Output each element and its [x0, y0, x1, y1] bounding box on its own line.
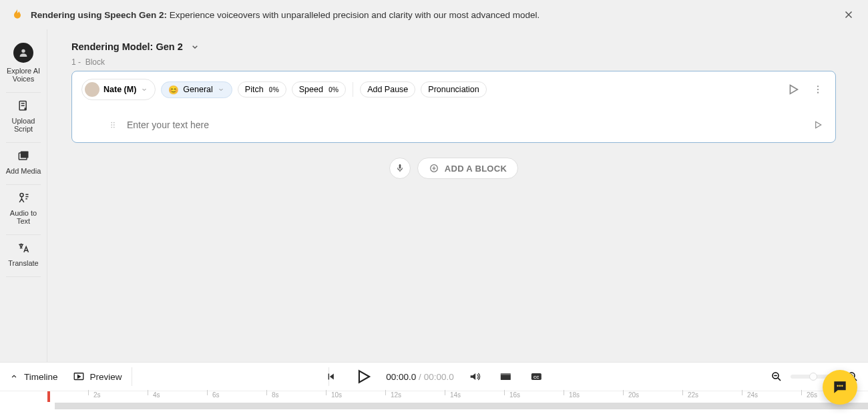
- pitch-control[interactable]: Pitch 0%: [238, 81, 286, 97]
- sidebar-label: Explore AI Voices: [3, 67, 44, 83]
- sidebar-item-translate[interactable]: Translate: [0, 236, 47, 275]
- ruler-tick: 10s: [331, 391, 342, 399]
- ruler-tick: 26s: [807, 391, 817, 399]
- svg-point-5: [817, 85, 819, 87]
- ruler-tick: 8s: [272, 391, 279, 399]
- voice-selector[interactable]: Nate (M): [81, 79, 156, 100]
- playhead-marker[interactable]: [47, 391, 50, 402]
- speed-value: 0%: [329, 85, 339, 93]
- divider: [353, 82, 353, 97]
- speed-label: Speed: [299, 85, 323, 94]
- block-index-label: 1 - Block: [47, 57, 860, 67]
- ruler-tick: 12s: [391, 391, 401, 399]
- sidebar-label: Upload Script: [3, 117, 44, 133]
- banner-close-button[interactable]: [840, 6, 857, 23]
- play-block-button[interactable]: [782, 78, 805, 101]
- svg-point-24: [839, 385, 841, 387]
- sidebar-item-upload-script[interactable]: Upload Script: [0, 94, 47, 141]
- ruler-tick: 24s: [747, 391, 758, 399]
- ruler-tick: 2s: [93, 391, 101, 399]
- drag-handle-icon[interactable]: [108, 120, 118, 130]
- add-block-button[interactable]: ADD A BLOCK: [417, 158, 518, 179]
- svg-point-7: [817, 92, 819, 93]
- divider: [6, 92, 41, 93]
- pitch-value: 0%: [269, 85, 279, 93]
- svg-point-11: [114, 124, 115, 126]
- svg-point-8: [111, 122, 112, 124]
- svg-point-10: [111, 124, 112, 126]
- timeline-track[interactable]: [55, 403, 868, 409]
- sidebar-item-audio-to-text[interactable]: Audio to Text: [0, 186, 47, 233]
- voice-avatar: [85, 82, 99, 97]
- play-button[interactable]: [351, 365, 374, 388]
- chevron-down-icon: [190, 41, 200, 52]
- announcement-banner: Rendering using Speech Gen 2: Experience…: [0, 0, 868, 29]
- timeline-ruler[interactable]: 2s4s6s8s10s12s14s16s18s20s22s24s26s: [0, 391, 868, 403]
- captions-button[interactable]: CC: [527, 367, 546, 386]
- timeline-label: Timeline: [24, 372, 58, 382]
- banner-text: Rendering using Speech Gen 2: Experience…: [31, 10, 539, 20]
- video-button[interactable]: [497, 367, 515, 386]
- add-block-label: ADD A BLOCK: [445, 164, 507, 174]
- chat-fab[interactable]: [823, 370, 857, 405]
- playback-controls: Timeline Preview 00:00.0 / 00:00.0: [0, 363, 868, 391]
- block-more-button[interactable]: [810, 81, 826, 97]
- flame-icon: [11, 8, 24, 21]
- voice-name: Nate (M): [103, 85, 136, 94]
- block-text-row: [81, 117, 826, 133]
- svg-rect-18: [501, 373, 511, 375]
- svg-point-13: [114, 127, 115, 128]
- divider: [6, 142, 41, 143]
- pronunciation-button[interactable]: Pronunciation: [421, 81, 486, 97]
- sidebar-label: Add Media: [6, 167, 41, 175]
- svg-point-12: [111, 127, 112, 128]
- record-button[interactable]: [389, 158, 411, 179]
- pitch-label: Pitch: [245, 85, 264, 94]
- chevron-up-icon: [9, 372, 19, 381]
- play-line-button[interactable]: [810, 117, 826, 133]
- svg-point-0: [21, 49, 25, 53]
- plus-circle-icon: [429, 163, 439, 174]
- sidebar: Explore AI Voices Upload Script Add Medi…: [0, 29, 47, 414]
- chevron-down-icon: [217, 85, 225, 93]
- preview-label: Preview: [90, 372, 122, 382]
- translate-icon: [17, 242, 30, 255]
- script-block: Nate (M) 😊 General Pitch 0% Speed 0%: [71, 71, 836, 143]
- emoji-icon: 😊: [168, 85, 179, 95]
- preview-icon: [73, 371, 85, 383]
- ruler-tick: 6s: [212, 391, 220, 399]
- sidebar-item-explore-voices[interactable]: Explore AI Voices: [0, 37, 47, 91]
- block-toolbar: Nate (M) 😊 General Pitch 0% Speed 0%: [81, 78, 826, 101]
- divider: [132, 367, 132, 386]
- svg-point-9: [114, 122, 115, 124]
- block-text-input[interactable]: [127, 120, 810, 130]
- preview-button[interactable]: Preview: [73, 371, 122, 383]
- timeline-toggle[interactable]: Timeline: [9, 372, 58, 382]
- svg-rect-14: [399, 164, 401, 169]
- bottom-bar: Timeline Preview 00:00.0 / 00:00.0: [0, 362, 868, 414]
- rendering-model-selector[interactable]: Rendering Model: Gen 2: [47, 29, 860, 57]
- emotion-selector[interactable]: 😊 General: [161, 81, 232, 98]
- slider-thumb[interactable]: [809, 373, 817, 381]
- add-pause-button[interactable]: Add Pause: [360, 81, 415, 97]
- divider: [6, 234, 41, 235]
- ruler-tick: 18s: [569, 391, 580, 399]
- svg-point-4: [20, 194, 23, 197]
- ruler-tick: 4s: [153, 391, 160, 399]
- svg-point-6: [817, 89, 819, 90]
- audio-to-text-icon: [17, 192, 30, 205]
- ruler-tick: 14s: [450, 391, 461, 399]
- chevron-down-icon: [140, 85, 148, 93]
- divider: [6, 276, 41, 277]
- svg-text:CC: CC: [533, 375, 539, 379]
- zoom-out-button[interactable]: [771, 371, 783, 383]
- svg-rect-3: [21, 152, 29, 158]
- skip-previous-button[interactable]: [322, 368, 339, 385]
- time-display: 00:00.0 / 00:00.0: [386, 372, 453, 382]
- ruler-tick: 20s: [628, 391, 639, 399]
- volume-button[interactable]: [466, 367, 485, 386]
- main-editor: Rendering Model: Gen 2 1 - Block Nate (M…: [47, 29, 860, 362]
- sidebar-item-add-media[interactable]: Add Media: [0, 144, 47, 183]
- add-block-row: ADD A BLOCK: [47, 158, 860, 179]
- speed-control[interactable]: Speed 0%: [292, 81, 346, 97]
